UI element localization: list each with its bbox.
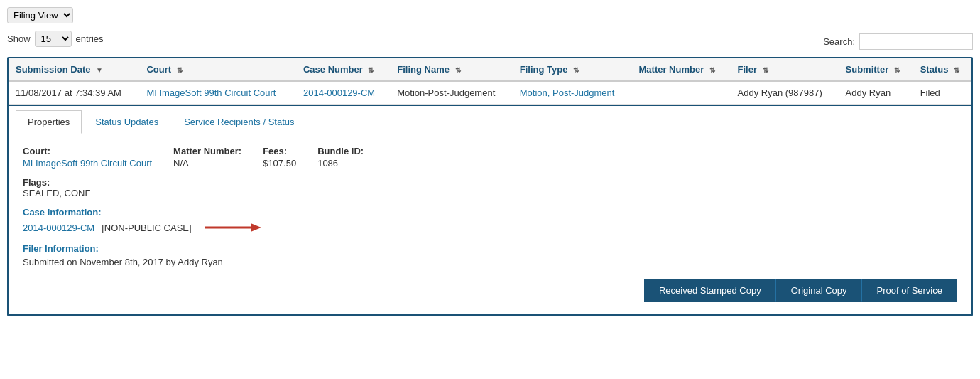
cell-filing-name: Motion-Post-Judgement: [390, 81, 512, 105]
cell-status: Filed: [913, 81, 971, 105]
case-info-row: 2014-000129-CM [NON-PUBLIC CASE]: [23, 220, 957, 235]
detail-panel: Properties Status Updates Service Recipi…: [9, 105, 971, 314]
filer-info-label: Filer Information:: [23, 243, 957, 254]
col-submission-date[interactable]: Submission Date ▼: [9, 58, 139, 81]
col-status[interactable]: Status ⇅: [913, 58, 971, 81]
original-copy-button[interactable]: Original Copy: [776, 279, 862, 302]
tab-properties[interactable]: Properties: [16, 110, 82, 134]
entries-suffix: entries: [76, 33, 104, 44]
case-info-label: Case Information:: [23, 207, 957, 218]
matter-number-meta-group: Matter Number: N/A: [173, 146, 241, 169]
controls-row: Show 15 10 25 50 100 entries Search:: [7, 31, 973, 53]
filer-info-value: Submitted on November 8th, 2017 by Addy …: [23, 257, 957, 267]
col-submitter[interactable]: Submitter ⇅: [839, 58, 913, 81]
court-meta-label: Court:: [23, 146, 152, 156]
sort-arrow-case-number: ⇅: [368, 66, 374, 74]
sort-arrow-submission-date: ▼: [96, 66, 103, 74]
cell-filer: Addy Ryan (987987): [731, 81, 839, 105]
court-meta-group: Court: MI ImageSoft 99th Circuit Court: [23, 146, 152, 169]
svg-marker-1: [251, 223, 261, 232]
detail-case-number-link[interactable]: 2014-000129-CM: [23, 223, 94, 233]
sort-arrow-filing-type: ⇅: [573, 66, 579, 74]
court-link[interactable]: MI ImageSoft 99th Circuit Court: [146, 87, 276, 98]
bundle-id-meta-value: 1086: [317, 158, 364, 169]
detail-meta: Court: MI ImageSoft 99th Circuit Court M…: [23, 146, 957, 169]
cell-submission-date: 11/08/2017 at 7:34:39 AM: [9, 81, 139, 105]
proof-of-service-button[interactable]: Proof of Service: [862, 279, 958, 302]
detail-tabs: Properties Status Updates Service Recipi…: [9, 106, 971, 134]
detail-court-link[interactable]: MI ImageSoft 99th Circuit Court: [23, 158, 152, 169]
sort-arrow-matter-number: ⇅: [709, 66, 715, 74]
table-body: 11/08/2017 at 7:34:39 AM MI ImageSoft 99…: [9, 81, 971, 314]
matter-number-meta-label: Matter Number:: [173, 146, 241, 156]
detail-row: Properties Status Updates Service Recipi…: [9, 105, 971, 315]
non-public-text: [NON-PUBLIC CASE]: [102, 223, 191, 233]
search-input[interactable]: [859, 33, 973, 50]
case-info-section: Case Information: 2014-000129-CM [NON-PU…: [23, 207, 957, 235]
col-court[interactable]: Court ⇅: [139, 58, 296, 81]
matter-number-meta-value: N/A: [173, 158, 241, 169]
received-stamped-copy-button[interactable]: Received Stamped Copy: [644, 279, 776, 302]
flags-section: Flags: SEALED, CONF: [23, 177, 957, 198]
show-label: Show: [7, 33, 31, 44]
sort-arrow-court: ⇅: [177, 66, 183, 74]
fees-meta-label: Fees:: [263, 146, 296, 156]
court-meta-value: MI ImageSoft 99th Circuit Court: [23, 158, 152, 169]
top-bar: Filing View: [7, 7, 973, 23]
filer-section: Filer Information: Submitted on November…: [23, 243, 957, 267]
main-table-wrapper: Submission Date ▼ Court ⇅ Case Number ⇅ …: [7, 57, 973, 316]
filings-table: Submission Date ▼ Court ⇅ Case Number ⇅ …: [9, 58, 971, 315]
tab-service-recipients[interactable]: Service Recipients / Status: [172, 110, 306, 134]
cell-case-number: 2014-000129-CM: [296, 81, 390, 105]
col-case-number[interactable]: Case Number ⇅: [296, 58, 390, 81]
tab-status-updates[interactable]: Status Updates: [83, 110, 170, 134]
col-filing-type[interactable]: Filing Type ⇅: [513, 58, 632, 81]
filing-view-container: Filing View: [7, 7, 73, 23]
sort-arrow-submitter: ⇅: [894, 66, 900, 74]
table-row[interactable]: 11/08/2017 at 7:34:39 AM MI ImageSoft 99…: [9, 81, 971, 105]
filing-type-link[interactable]: Motion, Post-Judgment: [520, 87, 615, 98]
filing-view-select[interactable]: Filing View: [7, 7, 73, 23]
col-filing-name[interactable]: Filing Name ⇅: [390, 58, 512, 81]
cell-matter-number: [632, 81, 731, 105]
search-bar: Search:: [823, 33, 973, 50]
bundle-id-meta-label: Bundle ID:: [317, 146, 364, 156]
sort-arrow-status: ⇅: [954, 66, 959, 74]
flags-value: SEALED, CONF: [23, 188, 957, 198]
fees-meta-value: $107.50: [263, 158, 296, 169]
case-number-link[interactable]: 2014-000129-CM: [303, 87, 375, 98]
search-label: Search:: [823, 36, 855, 47]
fees-meta-group: Fees: $107.50: [263, 146, 296, 169]
show-entries-container: Show 15 10 25 50 100 entries: [7, 31, 104, 47]
detail-cell: Properties Status Updates Service Recipi…: [9, 105, 971, 315]
properties-content: Court: MI ImageSoft 99th Circuit Court M…: [9, 134, 971, 314]
entries-select[interactable]: 15 10 25 50 100: [35, 31, 72, 47]
flags-label: Flags:: [23, 177, 957, 188]
col-filer[interactable]: Filer ⇅: [731, 58, 839, 81]
cell-filing-type: Motion, Post-Judgment: [513, 81, 632, 105]
sort-arrow-filing-name: ⇅: [455, 66, 461, 74]
bundle-id-meta-group: Bundle ID: 1086: [317, 146, 364, 169]
sort-arrow-filer: ⇅: [763, 66, 768, 74]
red-arrow-indicator: [205, 220, 261, 235]
action-buttons: Received Stamped Copy Original Copy Proo…: [23, 279, 957, 302]
table-header: Submission Date ▼ Court ⇅ Case Number ⇅ …: [9, 58, 971, 81]
col-matter-number[interactable]: Matter Number ⇅: [632, 58, 731, 81]
cell-court: MI ImageSoft 99th Circuit Court: [139, 81, 296, 105]
cell-submitter: Addy Ryan: [839, 81, 913, 105]
